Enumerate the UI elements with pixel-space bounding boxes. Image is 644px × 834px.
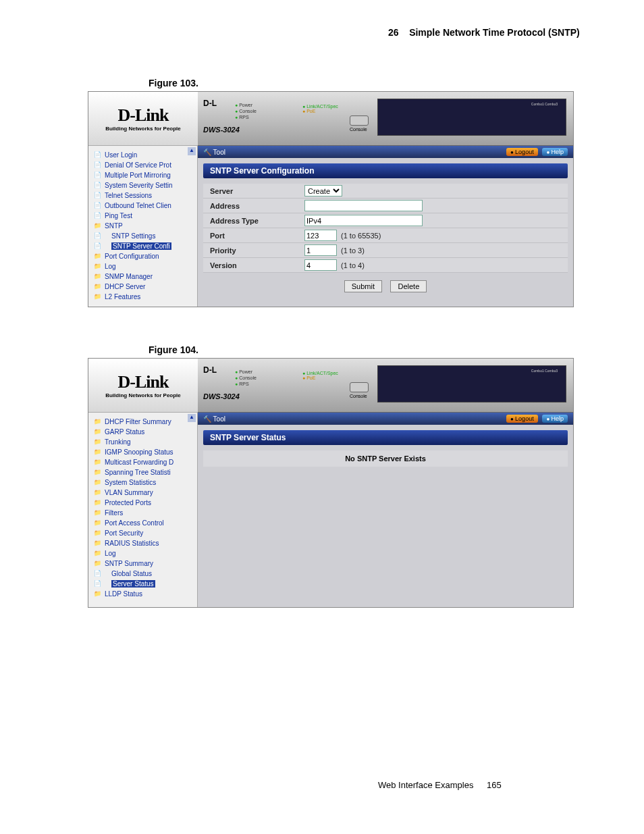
tree-item[interactable]: Spanning Tree Statisti <box>90 467 196 477</box>
input-address[interactable] <box>304 200 423 211</box>
button-row: Submit Delete <box>198 273 573 299</box>
tree-item[interactable]: Telnet Sessions <box>90 190 196 201</box>
tree-item[interactable]: User Login <box>90 150 196 160</box>
tree-item-label: DHCP Server <box>105 283 145 290</box>
tree-item-label: Port Configuration <box>105 253 159 260</box>
tree-item[interactable]: RADIUS Statistics <box>90 538 196 548</box>
help-button[interactable]: Help <box>542 148 568 156</box>
nav-tree[interactable]: ▲ User LoginDenial Of Service ProtMultip… <box>88 146 198 307</box>
tree-item-label: SNTP <box>105 222 123 230</box>
led-power: Power <box>235 369 252 374</box>
delete-button[interactable]: Delete <box>390 280 427 292</box>
led-indicators: Power Console RPS <box>235 369 257 387</box>
led-link: Link/ACT/Spec <box>302 104 338 109</box>
tree-item[interactable]: Log <box>90 548 196 558</box>
tree-item[interactable]: Port Access Control <box>90 518 196 528</box>
label-server: Server <box>203 187 304 195</box>
activity-leds: Link/ACT/Spec PoE <box>302 104 338 113</box>
tree-item-label: IGMP Snooping Status <box>105 448 173 456</box>
tree-item[interactable]: DHCP Server <box>90 282 196 292</box>
page-footer: Web Interface Examples 165 <box>378 780 502 790</box>
figure-103-caption: Figure 103. <box>149 78 198 88</box>
main-content: SNTP Server Configuration Server Create … <box>198 158 573 307</box>
logout-button[interactable]: Logout <box>506 415 538 423</box>
tree-item-label: Outbound Telnet Clien <box>105 202 171 209</box>
help-button[interactable]: Help <box>542 415 568 423</box>
tree-item[interactable]: Outbound Telnet Clien <box>90 201 196 211</box>
tree-item[interactable]: Denial Of Service Prot <box>90 160 196 170</box>
input-port[interactable] <box>304 230 337 241</box>
tree-item[interactable]: GARP Status <box>90 427 196 437</box>
tree-item[interactable]: SNMP Manager <box>90 271 196 282</box>
toolbar-right: Logout Help <box>504 415 568 423</box>
footer-label: Web Interface Examples <box>378 780 473 790</box>
tree-item[interactable]: Filters <box>90 508 196 518</box>
switch-ports-panel: Combo1 Combo3 <box>377 99 566 136</box>
tree-item-label: SNMP Manager <box>105 273 153 280</box>
tree-item-label: Port Access Control <box>105 519 164 527</box>
tree-item[interactable]: Server Status <box>90 579 196 589</box>
tree-item[interactable]: Trunking <box>90 437 196 447</box>
tree-item[interactable]: SNTP Settings <box>90 231 196 241</box>
main-content: SNTP Server Status No SNTP Server Exists <box>198 425 573 607</box>
figure-104: D-Link Building Networks for People D-L … <box>88 358 574 608</box>
tree-item[interactable]: SNTP <box>90 221 196 231</box>
section-title: Simple Network Time Protocol (SNTP) <box>409 27 580 38</box>
tree-item[interactable]: Ping Test <box>90 211 196 221</box>
tree-item[interactable]: SNTP Server Confi <box>90 241 196 251</box>
submit-button[interactable]: Submit <box>344 280 382 292</box>
tree-item-label: SNTP Summary <box>105 560 153 567</box>
tool-menu[interactable]: Tool <box>203 149 225 156</box>
tree-item[interactable]: Port Security <box>90 528 196 538</box>
tree-item-label: Protected Ports <box>105 499 151 506</box>
console-port-icon <box>350 382 369 392</box>
device-brand-short: D-L <box>203 365 217 375</box>
label-address: Address <box>203 202 304 210</box>
tree-item[interactable]: IGMP Snooping Status <box>90 447 196 457</box>
figure-104-caption: Figure 104. <box>149 344 198 355</box>
label-port: Port <box>203 232 304 240</box>
combo-label-top: Combo1 Combo3 <box>531 102 558 106</box>
row-priority: Priority (1 to 3) <box>203 243 568 258</box>
tree-item[interactable]: LLDP Status <box>90 589 196 599</box>
tree-item[interactable]: VLAN Summary <box>90 488 196 498</box>
tree-item[interactable]: L2 Features <box>90 292 196 302</box>
select-server[interactable]: Create <box>304 185 342 197</box>
top-toolbar: Tool Logout Help <box>198 413 573 425</box>
tree-item[interactable]: Global Status <box>90 569 196 579</box>
tree-item-label: Telnet Sessions <box>105 192 152 199</box>
tree-item[interactable]: SNTP Summary <box>90 558 196 569</box>
tree-item[interactable]: Protected Ports <box>90 498 196 508</box>
figure-103: D-Link Building Networks for People D-L … <box>88 91 574 307</box>
device-model: DWS-3024 <box>203 126 240 134</box>
tree-item[interactable]: System Statistics <box>90 477 196 488</box>
nav-tree[interactable]: ▲ DHCP Filter SummaryGARP StatusTrunking… <box>88 413 198 607</box>
device-header: D-L DWS-3024 Power Console RPS Link/ACT/… <box>198 359 573 413</box>
tree-item-label: Log <box>105 263 116 270</box>
tree-item[interactable]: Log <box>90 261 196 271</box>
tree-item-label: Multicast Forwarding D <box>105 459 173 466</box>
tool-menu[interactable]: Tool <box>203 415 225 423</box>
tree-item-label: Log <box>105 550 116 557</box>
page-header: 26 Simple Network Time Protocol (SNTP) <box>388 27 580 38</box>
led-link: Link/ACT/Spec <box>302 371 338 375</box>
console-port-label: Console <box>350 394 367 398</box>
device-header: D-L DWS-3024 Power Console RPS Link/ACT/… <box>198 92 573 146</box>
row-port: Port (1 to 65535) <box>203 228 568 243</box>
input-version[interactable] <box>304 259 337 271</box>
led-console: Console <box>235 375 257 380</box>
row-version: Version (1 to 4) <box>203 258 568 273</box>
tree-item[interactable]: DHCP Filter Summary <box>90 417 196 427</box>
activity-leds: Link/ACT/Spec PoE <box>302 371 338 380</box>
tree-item[interactable]: Multicast Forwarding D <box>90 457 196 467</box>
logout-button[interactable]: Logout <box>506 148 538 156</box>
section-number: 26 <box>388 27 399 38</box>
tree-item[interactable]: Port Configuration <box>90 251 196 261</box>
config-form: Server Create Address Address Type Port … <box>203 184 568 273</box>
led-rps: RPS <box>235 382 249 386</box>
top-toolbar: Tool Logout Help <box>198 146 573 158</box>
tree-item[interactable]: System Severity Settin <box>90 180 196 190</box>
tree-item-label: System Statistics <box>105 479 156 486</box>
input-priority[interactable] <box>304 244 337 256</box>
tree-item[interactable]: Multiple Port Mirroring <box>90 170 196 180</box>
